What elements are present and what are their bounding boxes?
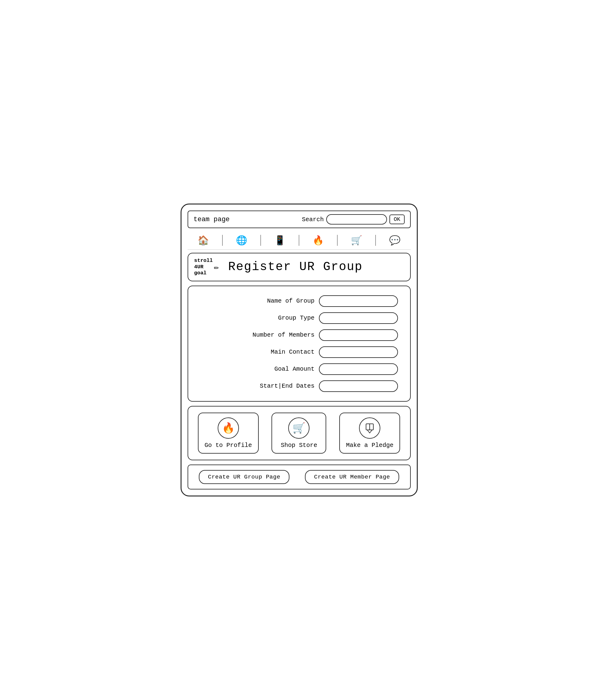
nav-divider-3: [299, 235, 299, 246]
nav-bar: 🏠 🌐 📱 🔥 🛒 💬: [188, 231, 411, 250]
name-of-group-label: Name of Group: [267, 297, 314, 304]
nav-divider-1: [222, 235, 222, 246]
form-row-type: Group Type: [200, 312, 398, 324]
shop-store-label: Shop Store: [281, 442, 317, 449]
globe-icon[interactable]: 🌐: [235, 234, 248, 247]
create-member-page-button[interactable]: Create UR Member Page: [305, 470, 399, 484]
start-end-dates-input[interactable]: [319, 380, 398, 392]
bottom-bar: Create UR Group Page Create UR Member Pa…: [188, 465, 411, 490]
pencil-icon: ✏️: [214, 262, 219, 272]
name-of-group-input[interactable]: [319, 295, 398, 307]
chat-icon[interactable]: 💬: [388, 234, 401, 247]
goal-amount-input[interactable]: [319, 364, 398, 375]
search-label: Search: [302, 216, 324, 223]
number-of-members-label: Number of Members: [252, 331, 314, 339]
search-group: Search OK: [302, 214, 405, 225]
go-to-profile-label: Go to Profile: [205, 442, 252, 449]
form-row-contact: Main Contact: [200, 346, 398, 358]
logo-title-section: stroll 4UR goal ✏️ Register UR Group: [188, 253, 411, 281]
profile-icon-circle: 🔥: [218, 418, 239, 439]
form-row-goal: Goal Amount: [200, 364, 398, 375]
header-bar: team page Search OK: [188, 210, 411, 228]
shop-store-button[interactable]: 🛒 Shop Store: [271, 412, 326, 454]
main-contact-label: Main Contact: [270, 349, 314, 355]
header-title: team page: [194, 216, 230, 223]
start-end-dates-label: Start|End Dates: [260, 382, 314, 390]
page-title: Register UR Group: [228, 260, 363, 274]
form-row-members: Number of Members: [200, 329, 398, 341]
shop-icon-circle: 🛒: [288, 418, 310, 439]
form-row-name: Name of Group: [200, 295, 398, 307]
group-type-label: Group Type: [278, 315, 314, 321]
number-of-members-input[interactable]: [319, 329, 398, 341]
svg-marker-2: [367, 430, 372, 433]
form-row-dates: Start|End Dates: [200, 380, 398, 392]
make-a-pledge-label: Make a Pledge: [346, 442, 393, 449]
home-icon[interactable]: 🏠: [197, 234, 210, 247]
main-container: team page Search OK 🏠 🌐 📱 🔥 🛒 💬: [181, 204, 418, 496]
action-section: 🔥 Go to Profile 🛒 Shop Store: [188, 406, 411, 460]
phone-icon[interactable]: 📱: [273, 234, 287, 247]
cart-icon[interactable]: 🛒: [350, 234, 363, 247]
go-to-profile-button[interactable]: 🔥 Go to Profile: [198, 412, 259, 454]
logo-area: stroll 4UR goal ✏️: [194, 258, 219, 276]
search-input[interactable]: [326, 214, 387, 225]
ok-button[interactable]: OK: [389, 215, 405, 224]
nav-divider-2: [261, 235, 261, 246]
pledge-icon-circle: [359, 418, 380, 439]
nav-divider-4: [337, 235, 337, 246]
create-group-page-button[interactable]: Create UR Group Page: [199, 470, 289, 484]
logo-text: stroll 4UR goal: [194, 258, 213, 276]
goal-amount-label: Goal Amount: [274, 366, 314, 373]
form-section: Name of Group Group Type Number of Membe…: [188, 285, 411, 402]
make-a-pledge-button[interactable]: Make a Pledge: [339, 412, 400, 454]
main-contact-input[interactable]: [319, 346, 398, 358]
fire-icon[interactable]: 🔥: [311, 234, 325, 247]
outer-wrapper: team page Search OK 🏠 🌐 📱 🔥 🛒 💬: [168, 192, 430, 508]
group-type-input[interactable]: [319, 312, 398, 324]
nav-divider-5: [376, 235, 376, 246]
